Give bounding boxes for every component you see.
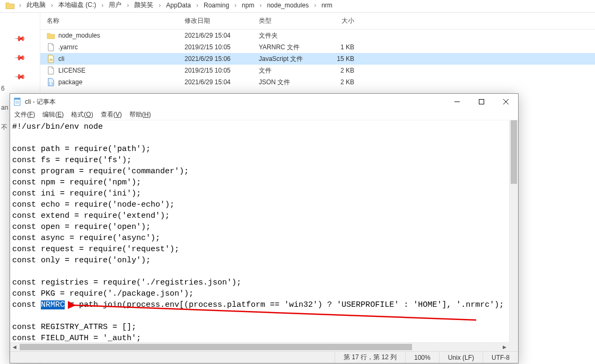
file-name: cli bbox=[58, 55, 64, 63]
breadcrumb-item[interactable]: node_modules bbox=[266, 2, 310, 9]
col-header-type[interactable]: 类型 bbox=[259, 16, 322, 25]
file-icon bbox=[47, 43, 55, 51]
file-date: 2019/2/15 10:05 bbox=[185, 43, 259, 51]
js-icon: JS bbox=[47, 55, 55, 63]
scroll-corner bbox=[509, 342, 518, 351]
notepad-window: cli - 记事本 文件(F) 编辑(E) 格式(O) 查看(V) 帮助(H) … bbox=[10, 93, 519, 363]
file-type: YARNRC 文件 bbox=[259, 43, 322, 52]
minimize-button[interactable] bbox=[445, 94, 469, 110]
pin-icon: 📌 bbox=[14, 51, 26, 63]
file-size: 15 KB bbox=[322, 55, 360, 63]
file-row[interactable]: node_modules2021/6/29 15:04文件夹 bbox=[40, 30, 595, 41]
file-row[interactable]: JScli2021/6/29 15:06JavaScript 文件15 KB bbox=[40, 53, 595, 65]
file-list-header[interactable]: 名称 修改日期 类型 大小 bbox=[40, 13, 595, 30]
statusbar: 第 17 行，第 12 列 100% Unix (LF) UTF-8 bbox=[10, 351, 518, 363]
chevron-right-icon: › bbox=[49, 2, 55, 9]
editor-viewport: #!/usr/bin/env node const path = require… bbox=[10, 120, 518, 351]
breadcrumb-item[interactable]: npm bbox=[241, 2, 255, 9]
highlighted-text: NRMRC bbox=[41, 300, 65, 309]
breadcrumb-item[interactable]: 颜笑笑 bbox=[133, 1, 154, 10]
file-row[interactable]: { }package2021/6/29 15:04JSON 文件2 KB bbox=[40, 76, 595, 88]
json-icon: { } bbox=[47, 78, 55, 86]
scroll-left-icon[interactable]: ◀ bbox=[10, 343, 19, 351]
breadcrumb-item[interactable]: 本地磁盘 (C:) bbox=[57, 1, 97, 10]
pin-icon: 📌 bbox=[14, 32, 26, 44]
svg-text:{ }: { } bbox=[49, 82, 52, 85]
close-button[interactable] bbox=[494, 94, 518, 110]
file-size: 2 KB bbox=[322, 78, 360, 86]
file-row[interactable]: LICENSE2019/2/15 10:05文件2 KB bbox=[40, 65, 595, 76]
chevron-right-icon: › bbox=[125, 2, 131, 9]
menu-view[interactable]: 查看(V) bbox=[101, 110, 122, 119]
breadcrumb-item[interactable]: nrm bbox=[320, 2, 334, 9]
file-type: JSON 文件 bbox=[259, 78, 322, 87]
file-type: 文件夹 bbox=[259, 31, 322, 40]
file-size: 2 KB bbox=[322, 67, 360, 74]
svg-rect-8 bbox=[479, 100, 484, 104]
col-header-size[interactable]: 大小 bbox=[322, 16, 360, 25]
menu-file[interactable]: 文件(F) bbox=[14, 110, 35, 119]
menubar[interactable]: 文件(F) 编辑(E) 格式(O) 查看(V) 帮助(H) bbox=[10, 110, 518, 120]
file-icon bbox=[47, 66, 55, 75]
breadcrumb-item[interactable]: Roaming bbox=[203, 2, 230, 9]
titlebar[interactable]: cli - 记事本 bbox=[10, 94, 518, 110]
file-date: 2021/6/29 15:04 bbox=[185, 32, 259, 39]
menu-help[interactable]: 帮助(H) bbox=[129, 110, 151, 119]
file-name: LICENSE bbox=[58, 67, 85, 74]
status-caret-pos: 第 17 行，第 12 列 bbox=[335, 352, 405, 363]
menu-edit[interactable]: 编辑(E) bbox=[42, 110, 64, 119]
chevron-right-icon: › bbox=[194, 2, 200, 9]
cutoff-text: 6 an 不 bbox=[0, 85, 8, 132]
breadcrumb[interactable]: › 此电脑 › 本地磁盘 (C:) › 用户 › 颜笑笑 › AppData ›… bbox=[0, 0, 595, 13]
pin-icon: 📌 bbox=[14, 70, 26, 82]
chevron-right-icon: › bbox=[232, 2, 239, 9]
col-header-name[interactable]: 名称 bbox=[47, 16, 185, 25]
file-date: 2021/6/29 15:04 bbox=[185, 78, 259, 86]
chevron-right-icon: › bbox=[156, 2, 163, 9]
breadcrumb-item[interactable]: 此电脑 bbox=[25, 1, 47, 10]
chevron-right-icon: › bbox=[257, 2, 264, 9]
file-type: JavaScript 文件 bbox=[259, 55, 322, 64]
scroll-right-icon[interactable]: ▶ bbox=[500, 343, 509, 351]
notepad-icon bbox=[13, 97, 22, 106]
status-eol: Unix (LF) bbox=[439, 352, 483, 363]
svg-text:JS: JS bbox=[49, 58, 53, 62]
menu-format[interactable]: 格式(O) bbox=[71, 110, 93, 119]
file-name: package bbox=[58, 78, 82, 86]
maximize-button[interactable] bbox=[469, 94, 494, 110]
col-header-date[interactable]: 修改日期 bbox=[185, 16, 259, 25]
window-title: cli - 记事本 bbox=[25, 97, 56, 106]
breadcrumb-item[interactable]: AppData bbox=[165, 2, 192, 9]
horizontal-scrollbar[interactable]: ◀ ▶ bbox=[10, 342, 509, 351]
file-name: .yarnrc bbox=[58, 43, 78, 51]
folder-icon bbox=[5, 2, 15, 9]
file-type: 文件 bbox=[259, 66, 322, 75]
status-encoding: UTF-8 bbox=[483, 352, 518, 363]
editor-text[interactable]: #!/usr/bin/env node const path = require… bbox=[10, 120, 509, 342]
vertical-scrollbar[interactable] bbox=[509, 120, 518, 342]
folder-icon bbox=[47, 31, 55, 40]
chevron-right-icon: › bbox=[99, 2, 106, 9]
file-name: node_modules bbox=[58, 32, 100, 39]
svg-rect-3 bbox=[14, 98, 20, 100]
status-zoom: 100% bbox=[405, 352, 439, 363]
file-date: 2019/2/15 10:05 bbox=[185, 67, 259, 74]
file-row[interactable]: .yarnrc2019/2/15 10:05YARNRC 文件1 KB bbox=[40, 41, 595, 53]
breadcrumb-item[interactable]: 用户 bbox=[108, 1, 122, 10]
file-size: 1 KB bbox=[322, 43, 360, 51]
chevron-right-icon: › bbox=[312, 2, 318, 9]
chevron-right-icon: › bbox=[17, 2, 23, 9]
file-date: 2021/6/29 15:06 bbox=[185, 55, 259, 63]
